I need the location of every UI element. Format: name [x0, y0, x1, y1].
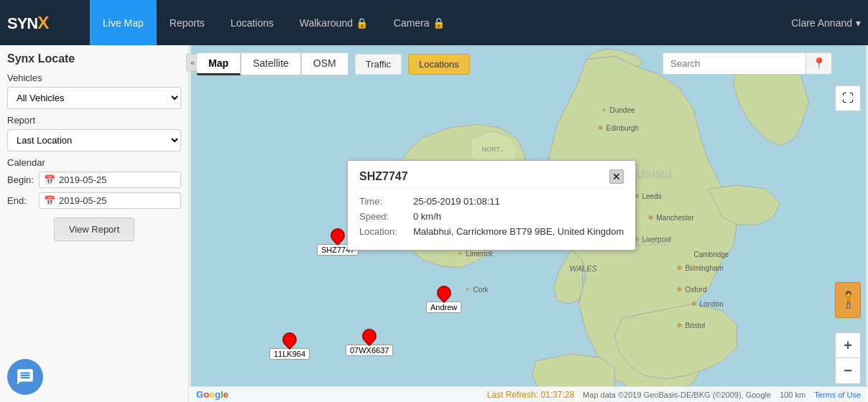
popup-location-row: Location: Malabhui, Carrickmore BT79 9BE… — [359, 226, 624, 237]
end-date-row: End: 📅 2019-05-25 — [7, 192, 181, 209]
svg-text:Manchester: Manchester — [657, 214, 695, 222]
svg-text:Isle of Man: Isle of Man — [525, 45, 557, 47]
begin-date-input[interactable]: 📅 2019-05-25 — [39, 172, 181, 188]
marker-label-07wx6637: 07WX6637 — [346, 345, 393, 356]
marker-label-11lk964: 11LK964 — [269, 348, 310, 360]
marker-11lk964[interactable]: 11LK964 — [269, 332, 310, 360]
svg-point-17 — [692, 266, 696, 270]
svg-text:Dundee: Dundee — [610, 106, 635, 114]
svg-text:WALES: WALES — [570, 264, 598, 273]
tab-map[interactable]: Map — [196, 52, 241, 75]
user-chevron-icon: ▾ — [856, 17, 861, 29]
map-search-pin-icon[interactable]: 📍 — [806, 52, 832, 75]
svg-point-9 — [678, 266, 682, 270]
svg-text:NORT...: NORT... — [482, 146, 505, 153]
svg-point-27 — [603, 108, 606, 111]
user-menu[interactable]: Clare Annand ▾ — [791, 17, 861, 29]
map-tab-group: Map Satellite OSM — [196, 52, 348, 75]
vehicles-select[interactable]: All Vehicles — [7, 87, 181, 109]
svg-text:Edinburgh: Edinburgh — [606, 124, 640, 132]
map-container: Edinburgh Leeds Manchester Liverpool Bir… — [189, 45, 868, 402]
view-report-button[interactable]: View Report — [54, 218, 135, 241]
main-layout: « Synx Locate Vehicles All Vehicles Repo… — [0, 45, 868, 402]
begin-label: Begin: — [7, 174, 34, 185]
popup-speed-row: Speed: 0 km/h — [359, 211, 624, 222]
report-label: Report — [7, 115, 181, 126]
popup-speed-value: 0 km/h — [413, 211, 441, 222]
popup-title: SHZ7747 — [359, 170, 408, 183]
svg-text:Bristol: Bristol — [685, 322, 706, 329]
streetview-button[interactable]: 🧍 — [835, 282, 861, 318]
traffic-button[interactable]: Traffic — [355, 54, 402, 75]
map-toolbar: Map Satellite OSM Traffic Locations — [196, 52, 470, 75]
marker-dot-11lk964 — [280, 329, 300, 350]
navbar: SYNX Live Map Reports Locations Walkarou… — [0, 0, 868, 45]
status-copy: Map data ©2019 GeoBasis-DE/BKG (©2009), … — [583, 391, 771, 399]
streetview-icon: 🧍 — [839, 291, 858, 309]
nav-reports[interactable]: Reports — [157, 0, 218, 45]
report-select[interactable]: Last Location — [7, 129, 181, 151]
marker-07wx6637[interactable]: 07WX6637 — [346, 329, 393, 356]
marker-dot-andrew — [433, 283, 453, 303]
end-calendar-icon: 📅 — [44, 195, 55, 206]
svg-text:London: London — [700, 300, 724, 308]
svg-text:United: United — [637, 168, 673, 180]
nav-camera[interactable]: Camera 🔒 — [381, 0, 458, 45]
svg-text:Leeds: Leeds — [642, 192, 662, 200]
marker-dot-shz7747 — [328, 225, 348, 246]
nav-locations[interactable]: Locations — [218, 0, 287, 45]
popup-close-button[interactable]: ✕ — [609, 169, 624, 184]
svg-text:Birmingham: Birmingham — [685, 264, 724, 272]
begin-calendar-icon: 📅 — [44, 174, 55, 185]
map-status-bar: Google Last Refresh: 01:37:28 Map data ©… — [189, 386, 868, 402]
nav-live-map[interactable]: Live Map — [90, 0, 157, 45]
vehicle-popup: SHZ7747 ✕ Time: 25-05-2019 01:08:11 Spee… — [347, 160, 636, 251]
end-label: End: — [7, 195, 34, 206]
popup-header: SHZ7747 ✕ — [359, 169, 624, 189]
fullscreen-icon: ⛶ — [842, 92, 854, 105]
begin-date-row: Begin: 📅 2019-05-25 — [7, 172, 181, 188]
fullscreen-button[interactable]: ⛶ — [835, 85, 861, 111]
logo-text: SYNX — [7, 13, 48, 33]
svg-point-15 — [678, 287, 682, 291]
popup-location-label: Location: — [359, 226, 413, 237]
end-date-input[interactable]: 📅 2019-05-25 — [39, 192, 181, 209]
nav-walkaround[interactable]: Walkaround 🔒 — [287, 0, 381, 45]
vehicles-label: Vehicles — [7, 73, 181, 83]
terms-link[interactable]: Terms of Use — [814, 391, 861, 399]
popup-time-value: 25-05-2019 01:08:11 — [413, 196, 500, 207]
tab-satellite[interactable]: Satellite — [241, 52, 301, 75]
google-logo: Google — [196, 389, 228, 400]
tab-osm[interactable]: OSM — [301, 52, 348, 75]
status-refresh: Last Refresh: 01:37:28 — [487, 390, 574, 400]
svg-point-1 — [599, 126, 603, 130]
popup-speed-label: Speed: — [359, 211, 413, 222]
svg-point-5 — [649, 215, 653, 220]
marker-andrew[interactable]: Andrew — [426, 286, 461, 313]
chat-icon[interactable] — [7, 359, 43, 395]
sidebar-title: Synx Locate — [7, 52, 181, 65]
svg-text:Cork: Cork — [474, 286, 489, 294]
chat-bubble-icon — [16, 368, 34, 386]
zoom-in-button[interactable]: + — [835, 332, 861, 358]
svg-text:Cambridge: Cambridge — [694, 251, 729, 258]
popup-time-row: Time: 25-05-2019 01:08:11 — [359, 196, 624, 207]
locations-button[interactable]: Locations — [408, 54, 470, 75]
map-search-area: 📍 — [662, 52, 832, 75]
svg-point-13 — [678, 323, 682, 327]
svg-point-23 — [459, 252, 462, 255]
zoom-controls: + − — [835, 332, 861, 384]
sidebar: « Synx Locate Vehicles All Vehicles Repo… — [0, 45, 189, 402]
svg-point-11 — [692, 302, 696, 306]
map-search-input[interactable] — [662, 52, 806, 75]
svg-text:Oxford: Oxford — [685, 286, 707, 294]
popup-time-label: Time: — [359, 196, 413, 207]
popup-location-value: Malabhui, Carrickmore BT79 9BE, United K… — [413, 226, 624, 237]
status-scale: 100 km — [780, 391, 805, 399]
marker-dot-07wx6637 — [359, 326, 379, 346]
svg-point-25 — [466, 288, 469, 291]
calendar-label: Calendar — [7, 157, 181, 168]
logo: SYNX — [7, 9, 86, 37]
svg-text:Limerick: Limerick — [466, 250, 494, 258]
zoom-out-button[interactable]: − — [835, 358, 861, 384]
